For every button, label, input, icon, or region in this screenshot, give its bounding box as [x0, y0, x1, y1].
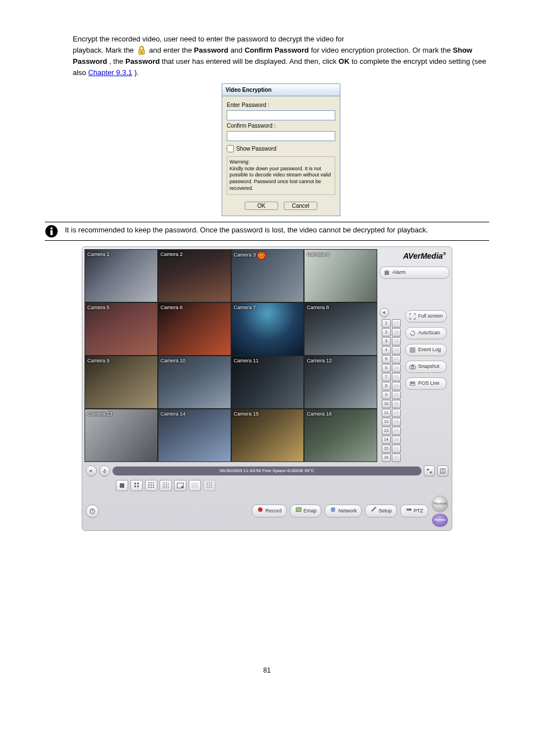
layout-pip[interactable]	[174, 480, 186, 491]
cam-select-28[interactable]: 28	[392, 418, 401, 426]
cam-select-30[interactable]: 30	[392, 436, 401, 444]
enter-password-input[interactable]	[227, 110, 335, 120]
camera-tile-4[interactable]: Camera 4	[304, 249, 377, 302]
cam-select-32[interactable]: 32	[392, 454, 401, 462]
svg-rect-18	[430, 472, 432, 473]
layout-custom2[interactable]	[203, 480, 216, 491]
layout-16[interactable]	[160, 480, 172, 491]
warning-body: Kindly note down your password. It is no…	[229, 166, 331, 191]
ptz-button[interactable]: PTZ	[400, 505, 428, 517]
cam-select-7[interactable]: 7	[382, 373, 391, 381]
cam-select-5[interactable]: 5	[382, 355, 391, 363]
camera-tile-6[interactable]: Camera 6	[158, 302, 231, 356]
network-icon	[330, 506, 336, 516]
record-button[interactable]: Record	[252, 505, 287, 517]
cam-select-15[interactable]: 15	[382, 445, 391, 453]
app-screenshot: Camera 1 Camera 2 Camera 3🔒 Camera 4 Cam…	[82, 246, 452, 531]
alarm-icon	[383, 269, 390, 276]
cam-select-9[interactable]: 9	[382, 391, 391, 399]
mode-button-2[interactable]	[437, 465, 448, 477]
autoscan-button[interactable]: AutoScan	[405, 327, 447, 339]
mic-button[interactable]	[99, 465, 110, 477]
camera-tile-2[interactable]: Camera 2	[158, 249, 231, 302]
confirm-password-input[interactable]	[227, 131, 335, 141]
cam-select-3[interactable]: 3	[382, 337, 391, 346]
layout-9[interactable]	[145, 480, 157, 491]
camera-tile-12[interactable]: Camera 12	[304, 356, 377, 409]
chapter-link[interactable]: Chapter 9.3.1	[88, 68, 132, 77]
setup-icon	[370, 506, 377, 516]
camera-tile-16[interactable]: Camera 16	[304, 409, 377, 462]
video-encryption-dialog: Video Encryption Enter Password : Confir…	[222, 83, 340, 216]
cam-select-13[interactable]: 13	[382, 427, 391, 435]
cam-select-29[interactable]: 29	[392, 427, 401, 435]
cam-select-8[interactable]: 8	[382, 382, 391, 390]
cam-select-18[interactable]: 18	[392, 328, 401, 337]
cam-select-27[interactable]: 27	[392, 409, 401, 417]
svg-rect-15	[104, 469, 105, 471]
setup-button[interactable]: Setup	[365, 505, 397, 517]
poslive-button[interactable]: POS Live	[405, 377, 447, 390]
network-button[interactable]: Network	[325, 505, 362, 517]
lock-icon	[136, 45, 147, 56]
audio-toggle[interactable]	[380, 308, 389, 318]
emap-button[interactable]: Emap	[290, 505, 322, 517]
cam-select-6[interactable]: 6	[382, 364, 391, 372]
eventlog-button[interactable]: Event Log	[405, 344, 447, 356]
camera-tile-1[interactable]: Camera 1	[85, 249, 158, 302]
layout-custom1[interactable]	[189, 480, 201, 491]
cam-select-1[interactable]: 1	[382, 319, 391, 328]
cam-select-26[interactable]: 26	[392, 400, 401, 408]
cam-select-25[interactable]: 25	[392, 391, 401, 399]
cam-select-19[interactable]: 19	[392, 337, 401, 346]
volume-button[interactable]	[86, 465, 97, 477]
info-icon	[45, 225, 58, 238]
preview-button[interactable]: Preview	[432, 514, 448, 527]
right-panel: AVerMedia® Alarm 12345678910	[380, 247, 452, 464]
cam-select-23[interactable]: 23	[392, 373, 401, 381]
svg-point-24	[331, 507, 335, 512]
cam-select-22[interactable]: 22	[392, 364, 401, 372]
camera-tile-13[interactable]: Camera 13	[85, 409, 158, 462]
camera-tile-11[interactable]: Camera 11	[231, 356, 305, 409]
camera-tile-5[interactable]: Camera 5	[85, 302, 158, 356]
cam-select-2[interactable]: 2	[382, 328, 391, 337]
camera-tile-7[interactable]: Camera 7	[231, 302, 305, 356]
mode-button-1[interactable]	[424, 465, 435, 477]
camera-tile-10[interactable]: Camera 10	[158, 356, 231, 409]
cancel-button[interactable]: Cancel	[284, 202, 317, 210]
cam-select-4[interactable]: 4	[382, 346, 391, 354]
camera-tile-15[interactable]: Camera 15	[231, 409, 305, 462]
camera-tile-14[interactable]: Camera 14	[158, 409, 231, 462]
text: and	[231, 46, 245, 54]
text-playback: playback. Mark the	[73, 46, 136, 54]
ok-button[interactable]: OK	[245, 202, 278, 210]
show-password-checkbox[interactable]	[227, 145, 234, 152]
fullscreen-button[interactable]: Full screen	[405, 310, 447, 323]
cam-select-17[interactable]: 17	[392, 319, 401, 328]
alarm-button[interactable]: Alarm	[380, 267, 449, 279]
cam-select-31[interactable]: 31	[392, 445, 401, 453]
cam-select-21[interactable]: 21	[392, 355, 401, 363]
autoscan-icon	[409, 330, 416, 337]
layout-4[interactable]	[130, 480, 143, 491]
cam-select-10[interactable]: 10	[382, 400, 391, 408]
snapshot-button[interactable]: Snapshot	[405, 361, 447, 373]
layout-1[interactable]	[116, 480, 128, 491]
camera-icon	[409, 363, 416, 370]
cam-select-11[interactable]: 11	[382, 409, 391, 417]
cam-select-14[interactable]: 14	[382, 436, 391, 444]
camera-tile-8[interactable]: Camera 8	[304, 302, 377, 356]
cam-select-20[interactable]: 20	[392, 346, 401, 354]
cam-select-24[interactable]: 24	[392, 382, 401, 390]
pos-icon	[409, 380, 416, 387]
svg-point-11	[411, 366, 414, 368]
camera-tile-9[interactable]: Camera 9	[85, 356, 158, 409]
cam-select-12[interactable]: 12	[382, 418, 391, 426]
svg-rect-1	[141, 52, 142, 53]
power-button[interactable]	[86, 505, 99, 518]
playback-button[interactable]: Playback	[432, 496, 448, 512]
cam-select-16[interactable]: 16	[382, 454, 391, 462]
enter-password-label: Enter Password :	[227, 101, 335, 109]
camera-tile-3[interactable]: Camera 3🔒	[231, 249, 305, 302]
